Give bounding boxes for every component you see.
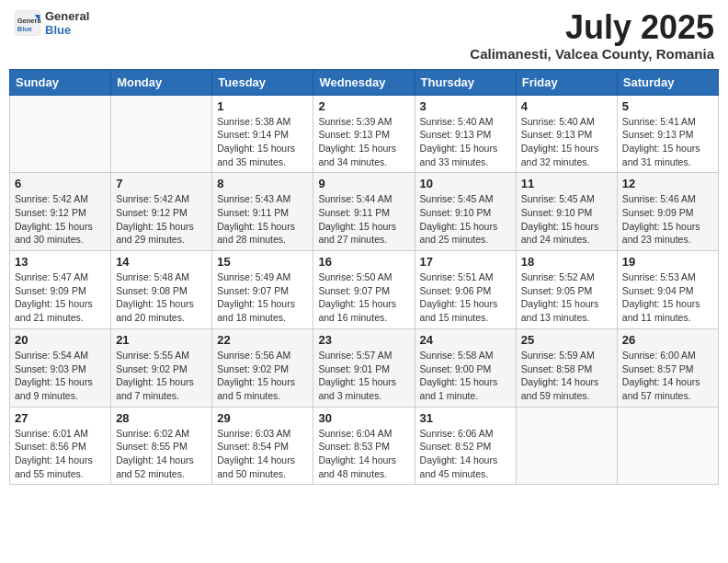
- calendar-cell: 10Sunrise: 5:45 AM Sunset: 9:10 PM Dayli…: [415, 173, 516, 251]
- day-detail: Sunrise: 5:52 AM Sunset: 9:05 PM Dayligh…: [521, 270, 612, 325]
- weekday-header: Monday: [111, 69, 212, 95]
- day-detail: Sunrise: 6:02 AM Sunset: 8:55 PM Dayligh…: [116, 427, 207, 481]
- calendar-week-row: 20Sunrise: 5:54 AM Sunset: 9:03 PM Dayli…: [10, 328, 719, 407]
- calendar-cell: 14Sunrise: 5:48 AM Sunset: 9:08 PM Dayli…: [111, 251, 212, 329]
- calendar-cell: 18Sunrise: 5:52 AM Sunset: 9:05 PM Dayli…: [516, 251, 617, 329]
- calendar-cell: 25Sunrise: 5:59 AM Sunset: 8:58 PM Dayli…: [516, 328, 617, 407]
- day-number: 10: [420, 177, 511, 190]
- day-number: 26: [622, 333, 713, 347]
- weekday-header: Tuesday: [212, 69, 313, 95]
- calendar-cell: [516, 407, 617, 485]
- day-number: 30: [318, 411, 409, 425]
- day-detail: Sunrise: 6:00 AM Sunset: 8:57 PM Dayligh…: [622, 349, 713, 403]
- day-number: 21: [116, 333, 207, 347]
- day-number: 13: [15, 255, 106, 269]
- day-detail: Sunrise: 6:03 AM Sunset: 8:54 PM Dayligh…: [217, 427, 308, 481]
- day-detail: Sunrise: 5:42 AM Sunset: 9:12 PM Dayligh…: [116, 192, 207, 247]
- calendar-cell: 12Sunrise: 5:46 AM Sunset: 9:09 PM Dayli…: [617, 173, 718, 251]
- calendar-cell: 28Sunrise: 6:02 AM Sunset: 8:55 PM Dayli…: [111, 407, 212, 485]
- calendar-cell: 11Sunrise: 5:45 AM Sunset: 9:10 PM Dayli…: [516, 173, 617, 251]
- day-detail: Sunrise: 5:59 AM Sunset: 8:58 PM Dayligh…: [521, 349, 612, 403]
- calendar-cell: 9Sunrise: 5:44 AM Sunset: 9:11 PM Daylig…: [313, 173, 415, 251]
- logo-blue-text: Blue: [45, 23, 89, 37]
- day-number: 3: [420, 99, 511, 113]
- calendar-cell: [10, 95, 111, 173]
- calendar-cell: 27Sunrise: 6:01 AM Sunset: 8:56 PM Dayli…: [10, 407, 111, 485]
- day-detail: Sunrise: 5:54 AM Sunset: 9:03 PM Dayligh…: [15, 349, 106, 403]
- day-number: 22: [217, 333, 308, 347]
- day-detail: Sunrise: 5:46 AM Sunset: 9:09 PM Dayligh…: [622, 192, 713, 247]
- calendar-cell: [617, 407, 718, 485]
- calendar-cell: 15Sunrise: 5:49 AM Sunset: 9:07 PM Dayli…: [212, 251, 313, 329]
- calendar-table: SundayMondayTuesdayWednesdayThursdayFrid…: [9, 69, 719, 486]
- day-detail: Sunrise: 5:45 AM Sunset: 9:10 PM Dayligh…: [420, 192, 511, 247]
- day-number: 16: [318, 255, 409, 269]
- day-number: 20: [15, 333, 106, 347]
- calendar-cell: 4Sunrise: 5:40 AM Sunset: 9:13 PM Daylig…: [516, 95, 617, 173]
- title-block: July 2025 Calimanesti, Valcea County, Ro…: [470, 9, 714, 62]
- day-detail: Sunrise: 5:40 AM Sunset: 9:13 PM Dayligh…: [420, 115, 511, 169]
- day-number: 4: [521, 99, 612, 113]
- day-number: 9: [318, 177, 409, 190]
- calendar-cell: 13Sunrise: 5:47 AM Sunset: 9:09 PM Dayli…: [10, 251, 111, 329]
- day-number: 5: [622, 99, 713, 113]
- day-detail: Sunrise: 5:41 AM Sunset: 9:13 PM Dayligh…: [622, 115, 713, 169]
- day-number: 24: [420, 333, 511, 347]
- calendar-cell: 30Sunrise: 6:04 AM Sunset: 8:53 PM Dayli…: [313, 407, 415, 485]
- day-detail: Sunrise: 6:06 AM Sunset: 8:52 PM Dayligh…: [420, 427, 511, 481]
- weekday-header: Friday: [516, 69, 617, 95]
- day-detail: Sunrise: 5:50 AM Sunset: 9:07 PM Dayligh…: [318, 270, 409, 325]
- day-number: 15: [217, 255, 308, 269]
- calendar-cell: 31Sunrise: 6:06 AM Sunset: 8:52 PM Dayli…: [415, 407, 516, 485]
- day-number: 2: [318, 99, 409, 113]
- calendar-cell: 7Sunrise: 5:42 AM Sunset: 9:12 PM Daylig…: [111, 173, 212, 251]
- weekday-header: Sunday: [10, 69, 111, 95]
- calendar-header-row: SundayMondayTuesdayWednesdayThursdayFrid…: [10, 69, 719, 95]
- day-detail: Sunrise: 5:43 AM Sunset: 9:11 PM Dayligh…: [217, 192, 308, 247]
- calendar-cell: 29Sunrise: 6:03 AM Sunset: 8:54 PM Dayli…: [212, 407, 313, 485]
- logo-icon: General Blue: [14, 9, 41, 37]
- day-number: 6: [15, 177, 106, 190]
- day-number: 11: [521, 177, 612, 190]
- logo-general-text: General: [45, 9, 89, 23]
- calendar-cell: 16Sunrise: 5:50 AM Sunset: 9:07 PM Dayli…: [313, 251, 415, 329]
- day-number: 19: [622, 255, 713, 269]
- svg-text:Blue: Blue: [17, 25, 32, 33]
- calendar-cell: 24Sunrise: 5:58 AM Sunset: 9:00 PM Dayli…: [415, 328, 516, 407]
- day-detail: Sunrise: 5:51 AM Sunset: 9:06 PM Dayligh…: [420, 270, 511, 325]
- calendar-cell: 20Sunrise: 5:54 AM Sunset: 9:03 PM Dayli…: [10, 328, 111, 407]
- calendar-cell: 21Sunrise: 5:55 AM Sunset: 9:02 PM Dayli…: [111, 328, 212, 407]
- day-detail: Sunrise: 5:49 AM Sunset: 9:07 PM Dayligh…: [217, 270, 308, 325]
- calendar-week-row: 27Sunrise: 6:01 AM Sunset: 8:56 PM Dayli…: [10, 407, 719, 485]
- logo: General Blue General Blue: [14, 9, 89, 37]
- calendar-week-row: 1Sunrise: 5:38 AM Sunset: 9:14 PM Daylig…: [10, 95, 719, 173]
- day-detail: Sunrise: 5:53 AM Sunset: 9:04 PM Dayligh…: [622, 270, 713, 325]
- page-header: General Blue General Blue July 2025 Cali…: [9, 9, 719, 62]
- calendar-cell: 1Sunrise: 5:38 AM Sunset: 9:14 PM Daylig…: [212, 95, 313, 173]
- day-detail: Sunrise: 5:48 AM Sunset: 9:08 PM Dayligh…: [116, 270, 207, 325]
- day-detail: Sunrise: 5:55 AM Sunset: 9:02 PM Dayligh…: [116, 349, 207, 403]
- day-detail: Sunrise: 6:04 AM Sunset: 8:53 PM Dayligh…: [318, 427, 409, 481]
- day-number: 7: [116, 177, 207, 190]
- day-detail: Sunrise: 5:45 AM Sunset: 9:10 PM Dayligh…: [521, 192, 612, 247]
- day-number: 1: [217, 99, 308, 113]
- calendar-cell: 8Sunrise: 5:43 AM Sunset: 9:11 PM Daylig…: [212, 173, 313, 251]
- day-number: 17: [420, 255, 511, 269]
- day-number: 28: [116, 411, 207, 425]
- day-detail: Sunrise: 5:39 AM Sunset: 9:13 PM Dayligh…: [318, 115, 409, 169]
- calendar-cell: 26Sunrise: 6:00 AM Sunset: 8:57 PM Dayli…: [617, 328, 718, 407]
- calendar-cell: [111, 95, 212, 173]
- day-number: 27: [15, 411, 106, 425]
- weekday-header: Thursday: [415, 69, 516, 95]
- day-number: 31: [420, 411, 511, 425]
- day-number: 25: [521, 333, 612, 347]
- month-year-title: July 2025: [470, 9, 714, 46]
- location-subtitle: Calimanesti, Valcea County, Romania: [470, 46, 714, 62]
- day-number: 12: [622, 177, 713, 190]
- calendar-cell: 23Sunrise: 5:57 AM Sunset: 9:01 PM Dayli…: [313, 328, 415, 407]
- calendar-cell: 19Sunrise: 5:53 AM Sunset: 9:04 PM Dayli…: [617, 251, 718, 329]
- day-number: 14: [116, 255, 207, 269]
- calendar-cell: 3Sunrise: 5:40 AM Sunset: 9:13 PM Daylig…: [415, 95, 516, 173]
- day-detail: Sunrise: 5:44 AM Sunset: 9:11 PM Dayligh…: [318, 192, 409, 247]
- day-detail: Sunrise: 5:40 AM Sunset: 9:13 PM Dayligh…: [521, 115, 612, 169]
